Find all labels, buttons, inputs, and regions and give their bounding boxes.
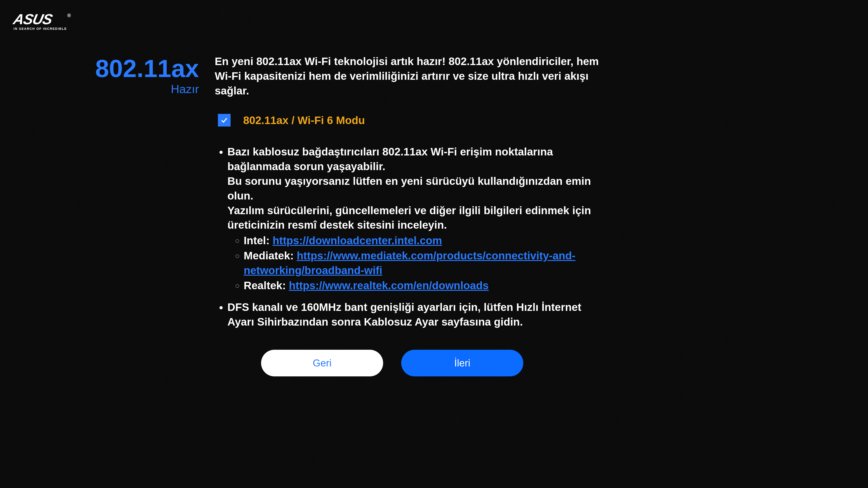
wizard-page: 802.11ax Hazır En yeni 802.11ax Wi-Fi te… <box>95 0 773 377</box>
notes-list: Bazı kablosuz bağdaştırıcıları 802.11ax … <box>215 144 603 329</box>
driver-item-mediatek: Mediatek: https://www.mediatek.com/produ… <box>244 249 603 278</box>
wizard-nav-buttons: Geri İleri <box>215 350 603 377</box>
page-header: 802.11ax Hazır <box>95 54 199 377</box>
page-subtitle: Hazır <box>95 82 199 96</box>
back-button[interactable]: Geri <box>261 350 383 377</box>
note-line: Bazı kablosuz bağdaştırıcıları 802.11ax … <box>227 144 603 174</box>
driver-vendor: Realtek: <box>244 280 286 291</box>
wifi6-option-label: 802.11ax / Wi-Fi 6 Modu <box>243 114 365 127</box>
brand-name: ASUS <box>12 13 53 25</box>
wifi6-checkbox[interactable] <box>218 114 230 127</box>
driver-item-intel: Intel: https://downloadcenter.intel.com <box>244 233 603 248</box>
page-title: 802.11ax <box>95 56 199 81</box>
driver-link-mediatek[interactable]: https://www.mediatek.com/products/connec… <box>244 250 576 276</box>
note-dfs: DFS kanalı ve 160MHz bant genişliği ayar… <box>227 300 603 329</box>
wifi6-option-row: 802.11ax / Wi-Fi 6 Modu <box>218 114 603 127</box>
next-button[interactable]: İleri <box>401 350 523 377</box>
note-line: Bu sorunu yaşıyorsanız lütfen en yeni sü… <box>227 174 603 203</box>
check-icon <box>220 116 228 124</box>
intro-text: En yeni 802.11ax Wi-Fi teknolojisi artık… <box>215 54 603 98</box>
driver-vendor: Mediatek: <box>244 250 293 262</box>
driver-item-realtek: Realtek: https://www.realtek.com/en/down… <box>244 278 603 293</box>
note-adapters: Bazı kablosuz bağdaştırıcıları 802.11ax … <box>227 144 603 293</box>
brand-logo: ASUS ® IN SEARCH OF INCREDIBLE <box>13 13 67 31</box>
driver-link-realtek[interactable]: https://www.realtek.com/en/downloads <box>289 280 489 291</box>
brand-tagline: IN SEARCH OF INCREDIBLE <box>13 27 67 31</box>
brand-reg-mark: ® <box>67 13 71 19</box>
page-content: En yeni 802.11ax Wi-Fi teknolojisi artık… <box>215 54 603 377</box>
note-line: Yazılım sürücülerini, güncellemeleri ve … <box>227 203 603 233</box>
driver-vendor: Intel: <box>244 234 270 247</box>
driver-links-list: Intel: https://downloadcenter.intel.com … <box>227 233 603 293</box>
driver-link-intel[interactable]: https://downloadcenter.intel.com <box>273 234 442 247</box>
